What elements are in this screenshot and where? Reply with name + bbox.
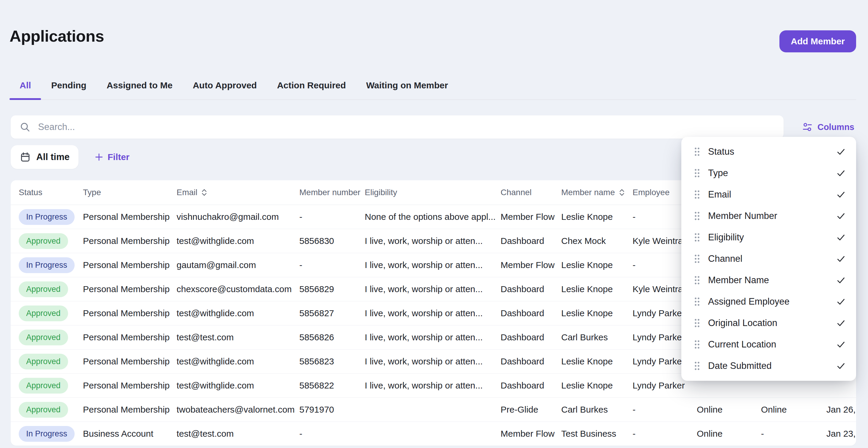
cell-status: Approved [11, 350, 83, 374]
cell-employee: - [632, 398, 697, 422]
tab-assigned-to-me[interactable]: Assigned to Me [97, 73, 183, 99]
cell-member-name: Leslie Knope [561, 205, 632, 229]
cell-status: Approved [11, 301, 83, 325]
cell-email: test@withglide.com [177, 350, 299, 374]
column-header-label: Channel [501, 188, 531, 197]
applications-page: { "page": { "title": "Applications" }, "… [0, 0, 868, 448]
columns-menu-item-label: Channel [708, 253, 829, 264]
columns-menu-item-member-name[interactable]: Member Name [681, 270, 856, 291]
cell-eligibility: None of the options above appl... [365, 205, 501, 229]
check-icon [836, 232, 846, 242]
check-icon [836, 339, 846, 350]
drag-handle-icon[interactable] [693, 168, 701, 178]
tab-auto-approved[interactable]: Auto Approved [183, 73, 267, 99]
column-header-label: Status [19, 188, 42, 197]
cell-current-location: Online [761, 398, 826, 422]
status-badge: In Progress [19, 257, 74, 273]
tab-waiting-on-member[interactable]: Waiting on Member [356, 73, 458, 99]
cell-channel: Dashboard [501, 350, 561, 374]
columns-button-label: Columns [817, 122, 854, 132]
columns-menu-item-label: Email [708, 189, 829, 200]
sort-icon [619, 188, 625, 197]
drag-handle-icon[interactable] [693, 361, 701, 371]
cell-channel: Member Flow [501, 422, 561, 446]
columns-menu-item-member-number[interactable]: Member Number [681, 205, 856, 227]
page-header: Applications Add Member [9, 26, 856, 52]
check-icon [836, 211, 846, 221]
drag-handle-icon[interactable] [693, 190, 701, 199]
status-badge: In Progress [19, 209, 74, 225]
cell-member-number: - [299, 253, 365, 277]
cell-eligibility: I live, work, worship or atten... [365, 253, 501, 277]
cell-type: Personal Membership [83, 398, 177, 422]
check-icon [836, 297, 846, 307]
cell-type: Personal Membership [83, 350, 177, 374]
cell-member-number: 5856823 [299, 350, 365, 374]
tab-pending[interactable]: Pending [41, 73, 96, 99]
drag-handle-icon[interactable] [693, 340, 701, 349]
columns-menu-item-label: Member Number [708, 211, 829, 221]
cell-original-location: Online [697, 422, 761, 446]
status-badge: Approved [19, 281, 68, 297]
cell-member-number: 5856826 [299, 325, 365, 350]
check-icon [836, 147, 846, 157]
cell-original-location: Online [697, 398, 761, 422]
columns-menu-item-label: Member Name [708, 275, 829, 286]
cell-type: Personal Membership [83, 277, 177, 301]
columns-menu-item-type[interactable]: Type [681, 162, 856, 184]
table-row[interactable]: ApprovedPersonal Membershiptwobateachers… [11, 398, 856, 422]
cell-date-submitted: Jan 23, 2 [826, 422, 856, 446]
columns-menu-item-channel[interactable]: Channel [681, 248, 856, 270]
cell-type: Personal Membership [83, 301, 177, 325]
cell-email: twobateachers@valornet.com [177, 398, 299, 422]
add-filter-button[interactable]: Filter [92, 152, 131, 162]
columns-menu-item-label: Date Submitted [708, 361, 829, 371]
cell-status: In Progress [11, 205, 83, 229]
add-filter-label: Filter [107, 152, 129, 162]
drag-handle-icon[interactable] [693, 297, 701, 306]
columns-menu-item-original-location[interactable]: Original Location [681, 312, 856, 334]
columns-settings-icon [802, 122, 813, 132]
cell-member-name: Leslie Knope [561, 253, 632, 277]
cell-date-submitted: Jan 26, 2 [826, 398, 856, 422]
tab-all[interactable]: All [9, 73, 41, 99]
cell-member-number: 5856829 [299, 277, 365, 301]
columns-button[interactable]: Columns [800, 121, 856, 133]
columns-menu-item-assigned-employee[interactable]: Assigned Employee [681, 291, 856, 312]
table-row[interactable]: In ProgressBusiness Accounttest@test.com… [11, 422, 856, 446]
columns-menu-item-email[interactable]: Email [681, 184, 856, 205]
columns-menu-item-date-submitted[interactable]: Date Submitted [681, 355, 856, 377]
column-header-email[interactable]: Email [177, 180, 299, 205]
date-range-button[interactable]: All time [11, 145, 79, 169]
cell-member-name: Leslie Knope [561, 277, 632, 301]
search-input[interactable] [37, 121, 775, 133]
drag-handle-icon[interactable] [693, 147, 701, 156]
cell-type: Personal Membership [83, 325, 177, 350]
columns-menu-item-status[interactable]: Status [681, 141, 856, 162]
cell-eligibility [365, 422, 501, 446]
cell-channel: Dashboard [501, 301, 561, 325]
columns-menu-item-current-location[interactable]: Current Location [681, 334, 856, 355]
column-header-label: Member name [561, 188, 615, 197]
drag-handle-icon[interactable] [693, 275, 701, 285]
status-badge: Approved [19, 330, 68, 346]
column-header-member-name[interactable]: Member name [561, 180, 632, 205]
status-badge: Approved [19, 378, 68, 394]
cell-member-name: Leslie Knope [561, 301, 632, 325]
tab-action-required[interactable]: Action Required [267, 73, 356, 99]
add-member-button[interactable]: Add Member [779, 30, 856, 52]
drag-handle-icon[interactable] [693, 233, 701, 242]
columns-menu-item-eligibility[interactable]: Eligibility [681, 227, 856, 248]
columns-menu-item-label: Original Location [708, 318, 829, 328]
cell-eligibility: I live, work, worship or atten... [365, 325, 501, 350]
cell-email: test@withglide.com [177, 229, 299, 253]
check-icon [836, 168, 846, 178]
drag-handle-icon[interactable] [693, 254, 701, 264]
cell-member-name: Test Business [561, 422, 632, 446]
drag-handle-icon[interactable] [693, 211, 701, 221]
column-header-member-number: Member number [299, 180, 365, 205]
column-header-eligibility: Eligibility [365, 180, 501, 205]
cell-status: Approved [11, 325, 83, 350]
check-icon [836, 254, 846, 264]
drag-handle-icon[interactable] [693, 318, 701, 328]
